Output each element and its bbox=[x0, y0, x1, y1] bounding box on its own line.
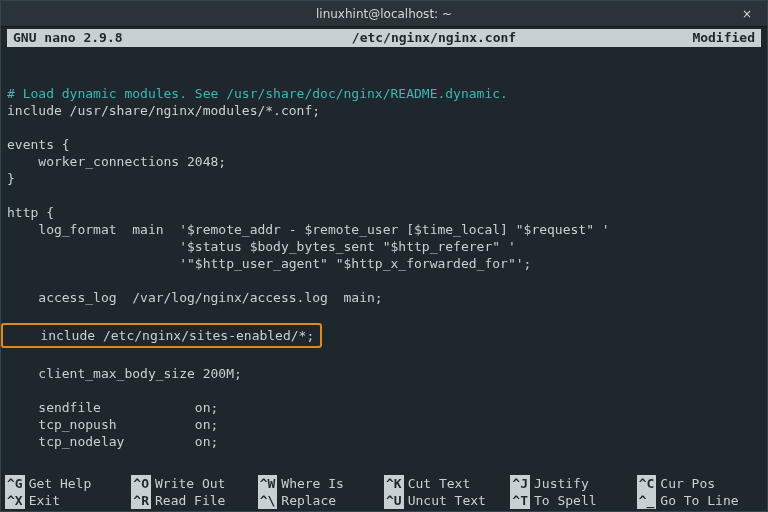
shortcut-cur-pos[interactable]: ^CCur Pos bbox=[637, 475, 763, 492]
code-line: include /usr/share/nginx/modules/*.conf; bbox=[7, 103, 320, 118]
shortcut-label: Replace bbox=[281, 492, 336, 509]
shortcut-key: ^X bbox=[5, 492, 25, 509]
shortcut-key: ^C bbox=[637, 475, 657, 492]
code-line: tcp_nopush on; bbox=[7, 417, 218, 432]
shortcut-to-spell[interactable]: ^TTo Spell bbox=[510, 492, 636, 509]
shortcut-label: To Spell bbox=[534, 492, 597, 509]
shortcut-label: Uncut Text bbox=[408, 492, 486, 509]
shortcut-where-is[interactable]: ^WWhere Is bbox=[258, 475, 384, 492]
code-line: access_log /var/log/nginx/access.log mai… bbox=[7, 290, 383, 305]
window-title: linuxhint@localhost: ~ bbox=[316, 7, 452, 21]
shortcut-label: Cut Text bbox=[408, 475, 471, 492]
terminal-window: linuxhint@localhost: ~ × GNU nano 2.9.8 … bbox=[0, 0, 768, 512]
shortcut-label: Where Is bbox=[281, 475, 344, 492]
code-line: sendfile on; bbox=[7, 400, 218, 415]
code-line: log_format main '$remote_addr - $remote_… bbox=[7, 222, 610, 237]
shortcut-get-help[interactable]: ^GGet Help bbox=[5, 475, 131, 492]
nano-version: GNU nano 2.9.8 bbox=[13, 29, 213, 47]
shortcut-write-out[interactable]: ^OWrite Out bbox=[131, 475, 257, 492]
shortcut-label: Justify bbox=[534, 475, 589, 492]
shortcut-key: ^R bbox=[131, 492, 151, 509]
window-titlebar: linuxhint@localhost: ~ × bbox=[1, 1, 767, 27]
code-line: '$status $body_bytes_sent "$http_referer… bbox=[7, 239, 516, 254]
code-line: } bbox=[7, 171, 15, 186]
shortcut-key: ^O bbox=[131, 475, 151, 492]
shortcut-exit[interactable]: ^XExit bbox=[5, 492, 131, 509]
shortcut-go-to-line[interactable]: ^_Go To Line bbox=[637, 492, 763, 509]
code-line: client_max_body_size 200M; bbox=[7, 366, 242, 381]
code-line: tcp_nodelay on; bbox=[7, 434, 218, 449]
nano-shortcuts: ^GGet Help ^OWrite Out ^WWhere Is ^KCut … bbox=[1, 475, 767, 511]
code-line: events { bbox=[7, 137, 70, 152]
shortcut-key: ^J bbox=[510, 475, 530, 492]
close-button[interactable]: × bbox=[735, 1, 759, 27]
shortcut-key: ^W bbox=[258, 475, 278, 492]
shortcut-key: ^\ bbox=[258, 492, 278, 509]
shortcut-cut-text[interactable]: ^KCut Text bbox=[384, 475, 510, 492]
shortcut-label: Cur Pos bbox=[660, 475, 715, 492]
code-line: worker_connections 2048; bbox=[7, 154, 226, 169]
shortcut-key: ^_ bbox=[637, 492, 657, 509]
shortcut-key: ^G bbox=[5, 475, 25, 492]
shortcut-label: Go To Line bbox=[660, 492, 738, 509]
shortcut-key: ^U bbox=[384, 492, 404, 509]
shortcut-justify[interactable]: ^JJustify bbox=[510, 475, 636, 492]
shortcut-label: Get Help bbox=[29, 475, 92, 492]
shortcut-label: Read File bbox=[155, 492, 225, 509]
shortcut-uncut-text[interactable]: ^UUncut Text bbox=[384, 492, 510, 509]
nano-header-bar: GNU nano 2.9.8 /etc/nginx/nginx.conf Mod… bbox=[7, 29, 761, 47]
shortcut-read-file[interactable]: ^RRead File bbox=[131, 492, 257, 509]
code-line: '"$http_user_agent" "$http_x_forwarded_f… bbox=[7, 256, 531, 271]
close-icon: × bbox=[742, 7, 752, 21]
shortcut-replace[interactable]: ^\Replace bbox=[258, 492, 384, 509]
code-line: http { bbox=[7, 205, 54, 220]
shortcut-key: ^T bbox=[510, 492, 530, 509]
nano-status: Modified bbox=[655, 29, 755, 47]
editor-area[interactable]: # Load dynamic modules. See /usr/share/d… bbox=[1, 47, 767, 475]
nano-filename: /etc/nginx/nginx.conf bbox=[213, 29, 655, 47]
shortcut-key: ^K bbox=[384, 475, 404, 492]
code-comment: # Load dynamic modules. See /usr/share/d… bbox=[7, 86, 508, 101]
highlighted-line: include /etc/nginx/sites-enabled/*; bbox=[1, 323, 322, 348]
blank-line bbox=[7, 69, 15, 84]
shortcut-label: Write Out bbox=[155, 475, 225, 492]
shortcut-label: Exit bbox=[29, 492, 60, 509]
